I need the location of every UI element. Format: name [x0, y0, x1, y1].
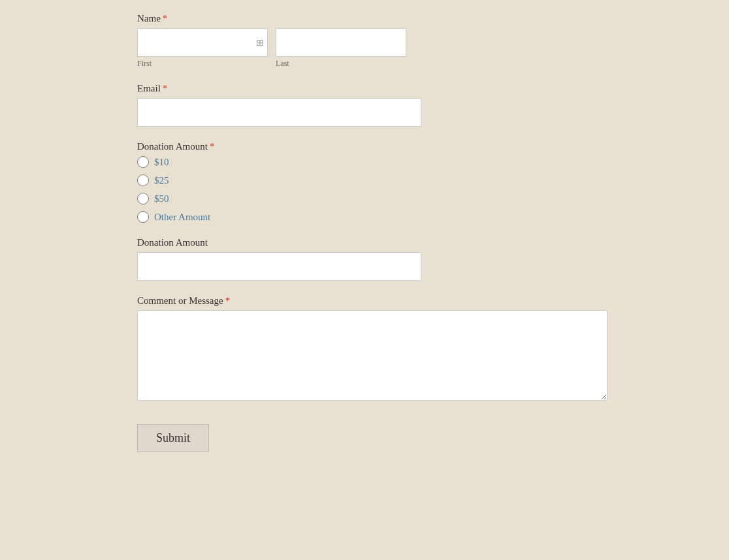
submit-group: Submit — [137, 418, 627, 452]
comment-required-star: * — [225, 295, 231, 306]
donation-amount-field-group: Donation Amount — [137, 237, 627, 281]
email-field-group: Email* — [137, 83, 627, 127]
email-label-text: Email — [137, 83, 161, 93]
comment-label-text: Comment or Message — [137, 295, 223, 306]
radio-option-10[interactable]: $10 — [137, 156, 627, 168]
donation-amount-field-label: Donation Amount — [137, 237, 627, 248]
donation-amount-input[interactable] — [137, 252, 421, 281]
name-field-group: Name* First Last — [137, 13, 627, 69]
submit-button[interactable]: Submit — [137, 424, 209, 452]
donation-amount-radio-group: Donation Amount* $10 $25 $50 Other Amoun… — [137, 141, 627, 223]
first-name-input-wrapper — [137, 28, 268, 57]
donation-required-star: * — [210, 141, 215, 152]
radio-input-50[interactable] — [137, 193, 149, 205]
name-row: First Last — [137, 28, 627, 69]
radio-input-10[interactable] — [137, 156, 149, 168]
first-sub-label: First — [137, 59, 268, 69]
name-label-text: Name — [137, 13, 161, 24]
radio-group: $10 $25 $50 Other Amount — [137, 156, 627, 223]
name-label: Name* — [137, 13, 627, 24]
comment-field-group: Comment or Message* — [137, 295, 627, 403]
radio-label-25: $25 — [154, 175, 169, 186]
first-name-wrapper: First — [137, 28, 268, 69]
radio-option-25[interactable]: $25 — [137, 174, 627, 186]
email-input[interactable] — [137, 98, 421, 127]
radio-option-50[interactable]: $50 — [137, 193, 627, 205]
email-label: Email* — [137, 83, 627, 94]
comment-textarea[interactable] — [137, 310, 608, 401]
last-name-wrapper: Last — [276, 28, 406, 69]
name-required-star: * — [163, 13, 168, 24]
email-required-star: * — [163, 83, 168, 93]
radio-input-25[interactable] — [137, 174, 149, 186]
radio-label-50: $50 — [154, 193, 169, 205]
donation-amount-label-text: Donation Amount — [137, 141, 208, 152]
comment-label: Comment or Message* — [137, 295, 627, 306]
donation-amount-label: Donation Amount* — [137, 141, 627, 152]
radio-label-other: Other Amount — [154, 212, 210, 223]
form-container: Name* First Last Email* Donation Amount* — [0, 0, 627, 493]
radio-option-other[interactable]: Other Amount — [137, 211, 627, 223]
radio-input-other[interactable] — [137, 211, 149, 223]
last-sub-label: Last — [276, 59, 406, 69]
last-name-input[interactable] — [276, 28, 406, 57]
radio-label-10: $10 — [154, 157, 169, 168]
first-name-input[interactable] — [137, 28, 268, 57]
